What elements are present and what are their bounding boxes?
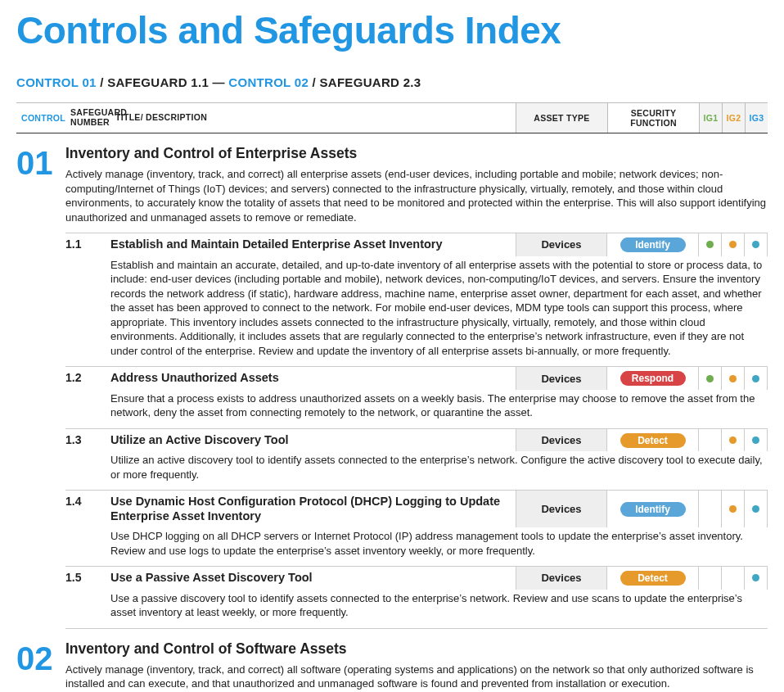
control-block: 01Inventory and Control of Enterprise As… <box>16 145 768 629</box>
control-description: Actively manage (inventory, track, and c… <box>65 167 768 224</box>
ig2-cell <box>722 367 745 389</box>
asset-type: Devices <box>516 233 607 256</box>
security-function: Respond <box>607 367 699 389</box>
safeguard: 1.2Address Unauthorized AssetsDevicesRes… <box>65 366 768 427</box>
ig1-cell <box>699 429 722 451</box>
ig-dot-icon <box>752 436 759 444</box>
safeguard-title: Address Unauthorized Assets <box>110 367 516 389</box>
safeguard-number: 1.3 <box>65 429 110 451</box>
ig2-cell <box>722 491 745 527</box>
ig3-cell <box>745 367 768 389</box>
header-ig2: IG2 <box>722 103 745 133</box>
security-function: Identify <box>607 233 699 256</box>
safeguard: 1.4Use Dynamic Host Configuration Protoc… <box>65 490 768 566</box>
safeguard-title: Use Dynamic Host Configuration Protocol … <box>110 491 516 527</box>
safeguard: 1.5Use a Passive Asset Discovery ToolDev… <box>65 566 768 628</box>
security-function-pill: Respond <box>620 371 686 386</box>
header-ig3: IG3 <box>745 103 768 133</box>
ig3-cell <box>745 429 768 451</box>
safeguard-number: 1.4 <box>65 491 110 527</box>
security-function-pill: Detect <box>620 433 686 448</box>
safeguard: 1.1Establish and Maintain Detailed Enter… <box>65 233 768 366</box>
control-number: 02 <box>16 640 65 692</box>
safeguard-description: Use a passive discovery tool to identify… <box>110 591 768 620</box>
safeguard-number: 1.5 <box>65 567 110 589</box>
ig-dot-icon <box>729 375 737 382</box>
breadcrumb: CONTROL 01 / SAFEGUARD 1.1 — CONTROL 02 … <box>16 75 768 89</box>
safeguard-number: 1.1 <box>65 233 110 256</box>
safeguard: 1.3Utilize an Active Discovery ToolDevic… <box>65 428 768 490</box>
safeguard-description: Establish and maintain an accurate, deta… <box>110 258 768 359</box>
header-asset-type: ASSET TYPE <box>516 103 607 133</box>
ig-dot-icon <box>729 436 737 444</box>
ig-dot-icon <box>706 241 714 248</box>
ig-dot-icon <box>729 241 737 248</box>
control-block: 02Inventory and Control of Software Asse… <box>16 640 768 692</box>
control-title: Inventory and Control of Software Assets <box>65 640 768 658</box>
breadcrumb-control-2: CONTROL 02 <box>228 75 309 89</box>
ig-dot-icon <box>752 241 759 248</box>
security-function: Identify <box>607 491 699 527</box>
safeguard-title: Utilize an Active Discovery Tool <box>110 429 516 451</box>
security-function: Detect <box>607 567 699 589</box>
security-function-pill: Detect <box>620 571 686 586</box>
asset-type: Devices <box>516 567 607 589</box>
safeguard-number: 1.2 <box>65 367 110 389</box>
page-title: Controls and Safeguards Index <box>16 8 768 52</box>
ig2-cell <box>722 429 745 451</box>
header-control: CONTROL <box>16 103 65 133</box>
header-ig1: IG1 <box>699 103 722 133</box>
ig1-cell <box>699 567 722 589</box>
ig3-cell <box>745 233 768 256</box>
ig1-cell <box>699 233 722 256</box>
security-function-pill: Identify <box>620 502 686 517</box>
safeguard-description: Ensure that a process exists to address … <box>110 391 768 420</box>
control-description: Actively manage (inventory, track, and c… <box>65 663 768 691</box>
table-header: CONTROL SAFEGUARD NUMBER TITLE/ DESCRIPT… <box>16 102 768 133</box>
asset-type: Devices <box>516 367 607 389</box>
breadcrumb-control-1: CONTROL 01 <box>16 75 97 89</box>
safeguard-title: Establish and Maintain Detailed Enterpri… <box>110 233 516 256</box>
safeguard-title: Use a Passive Asset Discovery Tool <box>110 567 516 589</box>
security-function: Detect <box>607 429 699 451</box>
asset-type: Devices <box>516 491 607 527</box>
ig1-cell <box>699 491 722 527</box>
safeguard-description: Utilize an active discovery tool to iden… <box>110 453 768 482</box>
ig-dot-icon <box>706 375 714 382</box>
control-number: 01 <box>16 145 65 629</box>
ig3-cell <box>745 567 768 589</box>
breadcrumb-sg-1: / SAFEGUARD 1.1 — <box>97 75 229 89</box>
ig-dot-icon <box>752 574 759 581</box>
ig-dot-icon <box>729 505 737 513</box>
asset-type: Devices <box>516 429 607 451</box>
header-security-function: SECURITY FUNCTION <box>607 103 699 133</box>
ig1-cell <box>699 367 722 389</box>
ig2-cell <box>722 233 745 256</box>
header-safeguard-number: SAFEGUARD NUMBER <box>65 103 110 133</box>
ig3-cell <box>745 491 768 527</box>
ig-dot-icon <box>752 375 759 382</box>
ig2-cell <box>722 567 745 589</box>
header-title-description: TITLE/ DESCRIPTION <box>110 103 516 133</box>
breadcrumb-sg-2: / SAFEGUARD 2.3 <box>309 75 421 89</box>
safeguard-description: Use DHCP logging on all DHCP servers or … <box>110 529 768 558</box>
security-function-pill: Identify <box>620 237 686 252</box>
control-title: Inventory and Control of Enterprise Asse… <box>65 145 768 162</box>
ig-dot-icon <box>752 505 759 513</box>
